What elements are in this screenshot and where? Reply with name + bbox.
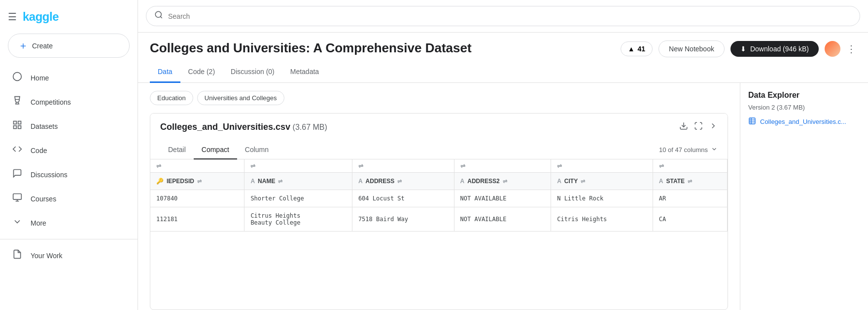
sidebar-item-datasets[interactable]: Datasets [0, 114, 134, 138]
dataset-tabs: Data Code (2) Discussion (0) Metadata [138, 62, 868, 83]
cell-name: Citrus HeightsBeauty College [244, 207, 352, 232]
explorer-file[interactable]: Colleges_and_Universities.c... [748, 117, 860, 126]
filter-icon[interactable]: ⇌ [460, 162, 465, 169]
more-options-icon[interactable]: ⋮ [846, 43, 856, 55]
filter-col-address: ⇌ [352, 159, 454, 173]
key-icon: 🔑 [156, 178, 164, 185]
tab-code[interactable]: Code (2) [180, 62, 223, 83]
col-label: CITY [564, 178, 578, 185]
tab-discussion[interactable]: Discussion (0) [223, 62, 282, 83]
sub-tab-compact[interactable]: Compact [194, 141, 237, 159]
filter-row: ⇌ ⇌ ⇌ ⇌ ⇌ ⇌ [150, 159, 728, 173]
chevron-right-icon[interactable] [709, 121, 718, 133]
search-input[interactable] [168, 12, 852, 20]
col-label: IEPEDSID [167, 178, 194, 185]
col-header-state: A STATE ⇌ [653, 173, 727, 190]
filter-col-iepedsid: ⇌ [150, 159, 244, 173]
text-type-icon: A [659, 178, 663, 185]
explorer-file-name: Colleges_and_Universities.c... [760, 118, 846, 125]
header-row: 🔑 IEPEDSID ⇌ A NAME ⇌ [150, 173, 728, 190]
plus-icon: ＋ [18, 39, 28, 52]
filter-icon[interactable]: ⇌ [358, 162, 363, 169]
svg-point-8 [155, 11, 161, 17]
sidebar-item-courses[interactable]: Courses [0, 187, 134, 211]
filter-icon[interactable]: ⇌ [156, 162, 161, 169]
col-header-iepedsid: 🔑 IEPEDSID ⇌ [150, 173, 244, 190]
filter-icon[interactable]: ⇌ [659, 162, 664, 169]
sub-tabs: Detail Compact Column 10 of 47 columns [150, 141, 728, 159]
your-work-icon [12, 249, 23, 262]
col-header-address: A ADDRESS ⇌ [352, 173, 454, 190]
sidebar-item-label: Discussions [31, 171, 68, 179]
columns-dropdown-icon [711, 146, 718, 154]
tab-metadata[interactable]: Metadata [282, 62, 327, 83]
sidebar-item-home[interactable]: Home [0, 66, 134, 90]
filter-icon[interactable]: ⇌ [250, 162, 255, 169]
home-icon [12, 72, 23, 84]
create-button[interactable]: ＋ Create [8, 34, 130, 58]
expand-icon[interactable] [694, 121, 703, 133]
columns-info[interactable]: 10 of 47 columns [659, 146, 718, 154]
sidebar-item-your-work[interactable]: Your Work [0, 243, 134, 268]
sidebar-item-label: Code [31, 147, 47, 155]
main-data: Education Universities and Colleges Coll… [138, 83, 740, 310]
sub-tab-detail[interactable]: Detail [160, 141, 194, 159]
sort-icon[interactable]: ⇌ [581, 178, 585, 185]
cell-address2: NOT AVAILABLE [454, 190, 551, 207]
upvote-button[interactable]: ▲ 41 [621, 41, 653, 56]
new-notebook-button[interactable]: New Notebook [659, 40, 725, 57]
filter-col-city: ⇌ [551, 159, 653, 173]
col-label: NAME [258, 178, 275, 185]
sort-icon[interactable]: ⇌ [503, 178, 507, 185]
cell-state: CA [653, 207, 727, 232]
col-label: STATE [666, 178, 685, 185]
sort-icon[interactable]: ⇌ [197, 178, 202, 185]
cell-city: Citris Heights [551, 207, 653, 232]
cell-name: Shorter College [244, 190, 352, 207]
col-label: ADDRESS2 [467, 178, 499, 185]
upvote-count: 41 [638, 45, 646, 53]
hamburger-icon[interactable]: ☰ [8, 11, 17, 23]
sidebar-item-code[interactable]: Code [0, 138, 134, 162]
svg-point-0 [13, 73, 22, 81]
sort-icon[interactable]: ⇌ [397, 178, 402, 185]
svg-line-9 [160, 16, 162, 18]
file-section: Colleges_and_Universities.csv (3.67 MB) [150, 113, 728, 310]
sidebar-item-label: Datasets [31, 122, 58, 130]
code-icon [12, 144, 23, 156]
download-button[interactable]: ⬇ Download (946 kB) [730, 41, 819, 57]
tag-universities[interactable]: Universities and Colleges [197, 91, 284, 105]
svg-rect-2 [18, 121, 21, 124]
sidebar-item-discussions[interactable]: Discussions [0, 162, 134, 187]
sub-tab-column[interactable]: Column [237, 141, 277, 159]
table-row: 107840 Shorter College 604 Locust St NOT… [150, 190, 728, 207]
col-header-name: A NAME ⇌ [244, 173, 352, 190]
search-box [146, 6, 860, 26]
sidebar-item-label: Your Work [31, 252, 63, 260]
download-label: Download (946 kB) [750, 45, 809, 53]
cell-iepedsid: 112181 [150, 207, 244, 232]
trophy-icon [12, 96, 23, 108]
table-wrapper: ⇌ ⇌ ⇌ ⇌ ⇌ ⇌ 🔑 [150, 159, 728, 232]
cell-state: AR [653, 190, 727, 207]
sidebar-item-more[interactable]: More [0, 211, 134, 235]
sidebar-item-competitions[interactable]: Competitions [0, 90, 134, 114]
table-row: 112181 Citrus HeightsBeauty College 7518… [150, 207, 728, 232]
download-file-icon[interactable] [679, 121, 688, 133]
file-size: (3.67 MB) [293, 123, 327, 131]
cell-city: N Little Rock [551, 190, 653, 207]
tab-data[interactable]: Data [150, 62, 180, 83]
sort-icon[interactable]: ⇌ [688, 178, 692, 185]
col-header-address2: A ADDRESS2 ⇌ [454, 173, 551, 190]
sidebar-item-label: Home [31, 74, 49, 82]
dataset-title: Colleges and Universities: A Comprehensi… [150, 40, 621, 56]
sidebar-item-label: Competitions [31, 98, 71, 106]
avatar [825, 41, 840, 57]
svg-rect-4 [18, 126, 21, 129]
content-body: Education Universities and Colleges Coll… [138, 83, 868, 310]
tag-education[interactable]: Education [150, 91, 193, 105]
sort-icon[interactable]: ⇌ [278, 178, 282, 185]
filter-icon[interactable]: ⇌ [557, 162, 562, 169]
datasets-icon [12, 120, 23, 132]
dataset-actions: ▲ 41 New Notebook ⬇ Download (946 kB) ⋮ [621, 40, 856, 57]
